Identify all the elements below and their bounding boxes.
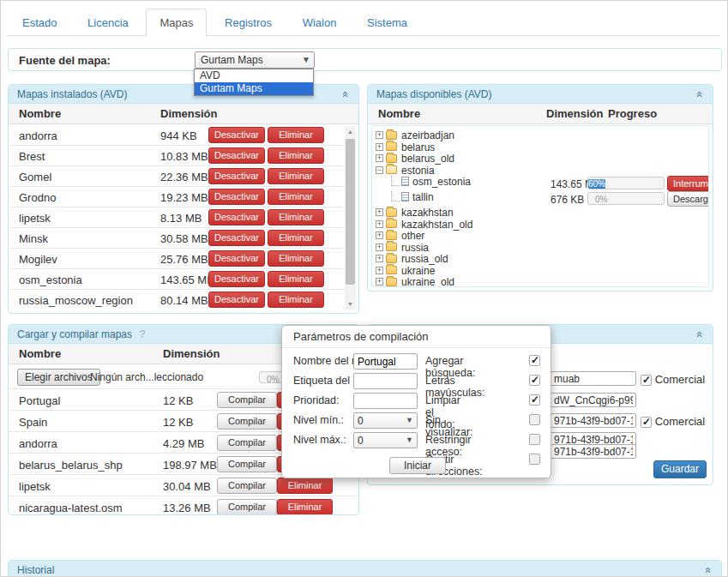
folder-icon <box>386 142 397 151</box>
expand-icon[interactable]: + <box>376 131 383 139</box>
scroll-down-arrow[interactable]: ▼ <box>345 298 356 310</box>
folder-icon <box>386 255 397 263</box>
interrupt-button[interactable]: Interrumpir <box>667 176 709 191</box>
tab-mapas[interactable]: Mapas <box>146 9 207 37</box>
tree-folder-row-expanded[interactable]: −estonia <box>372 165 708 177</box>
delete-button[interactable]: Eliminar <box>268 147 324 164</box>
help-icon[interactable]: ? <box>139 328 146 340</box>
tree-folder-row[interactable]: +kazakhstan <box>372 207 708 219</box>
tab-estado[interactable]: Estado <box>9 9 69 36</box>
deactivate-button[interactable]: Desactivar <box>208 147 265 164</box>
tree-folder-row[interactable]: +belarus <box>372 141 708 153</box>
deactivate-button[interactable]: Desactivar <box>208 209 265 225</box>
tree-folder-row[interactable]: +russia <box>372 242 708 254</box>
priority-field[interactable] <box>353 393 418 409</box>
deactivate-button[interactable]: Desactivar <box>208 189 265 205</box>
no-render-checkbox[interactable] <box>529 414 540 425</box>
choose-files-button[interactable]: Elegir archivos <box>17 369 100 386</box>
expand-icon[interactable]: + <box>376 143 383 151</box>
tree-folder-row[interactable]: +russia_old <box>372 253 708 265</box>
skip-addresses-checkbox[interactable] <box>529 454 540 465</box>
scrollbar-thumb[interactable] <box>346 139 355 285</box>
compile-button[interactable]: Compilar <box>217 478 277 494</box>
delete-button[interactable]: Eliminar <box>268 292 324 308</box>
deactivate-button[interactable]: Desactivar <box>208 230 265 246</box>
delete-button[interactable]: Eliminar <box>268 127 324 143</box>
deactivate-button[interactable]: Desactivar <box>208 127 265 143</box>
tree-map-row[interactable]: tallin 676 KB 0% Descargar <box>372 191 708 207</box>
expand-icon[interactable]: + <box>376 231 383 239</box>
expand-icon[interactable]: + <box>376 255 383 262</box>
deactivate-button[interactable]: Desactivar <box>208 292 265 308</box>
tree-folder-row[interactable]: +azeirbadjan <box>372 129 708 141</box>
expand-icon[interactable]: + <box>376 154 383 162</box>
delete-button[interactable]: Eliminar <box>277 478 333 494</box>
delete-button[interactable]: Eliminar <box>268 168 324 184</box>
expand-icon[interactable]: + <box>376 267 383 274</box>
collapse-icon[interactable]: « <box>694 328 706 340</box>
start-button[interactable]: Iniciar <box>389 457 446 474</box>
commercial-checkbox[interactable] <box>641 417 652 428</box>
compile-button[interactable]: Compilar <box>217 413 277 430</box>
map-source-select[interactable]: Gurtam Maps ▼ <box>195 51 315 69</box>
add-search-checkbox[interactable] <box>529 355 540 366</box>
tree-map-row[interactable]: osm_estonia 143.65 MB 60% Interrumpir <box>372 176 708 191</box>
deactivate-button[interactable]: Desactivar <box>208 271 265 287</box>
map-name-field[interactable] <box>353 353 418 370</box>
folder-icon <box>386 266 397 274</box>
collapse-icon[interactable]: « <box>694 88 706 100</box>
tab-sistema[interactable]: Sistema <box>354 9 420 36</box>
deactivate-button[interactable]: Desactivar <box>208 250 265 267</box>
delete-button[interactable]: Eliminar <box>268 189 324 205</box>
compile-button[interactable]: Compilar <box>217 392 277 408</box>
expand-icon[interactable]: + <box>376 243 383 251</box>
tree-folder-row[interactable]: +belarus_old <box>372 153 708 165</box>
map-label-field[interactable] <box>353 373 418 389</box>
col-nombre: Nombre <box>19 347 61 360</box>
compile-button[interactable]: Compilar <box>217 435 277 451</box>
compile-button[interactable]: Compilar <box>217 456 277 472</box>
tree-folder-row[interactable]: +other <box>372 230 708 242</box>
delete-button[interactable]: Eliminar <box>277 499 333 514</box>
tab-wialon[interactable]: Wialon <box>290 9 350 36</box>
tree-folder-row[interactable]: +ukraine_old <box>372 276 708 287</box>
scroll-up-arrow[interactable]: ▲ <box>345 126 356 137</box>
min-level-value: 0 <box>358 415 364 427</box>
tab-licencia[interactable]: Licencia <box>75 9 141 36</box>
compile-button[interactable]: Compilar <box>217 499 277 514</box>
site-key-field[interactable] <box>551 444 636 459</box>
expand-icon[interactable]: + <box>376 278 383 285</box>
min-level-select[interactable]: 0▼ <box>353 412 418 429</box>
expand-icon[interactable]: + <box>376 220 383 228</box>
collapse-icon[interactable]: « <box>340 88 352 100</box>
expand-icon[interactable]: + <box>376 208 383 216</box>
tab-registros[interactable]: Registros <box>212 9 285 36</box>
tree-folder-row[interactable]: +kazakhstan_old <box>372 219 708 231</box>
folder-icon <box>386 278 397 286</box>
dropdown-option-gurtam[interactable]: Gurtam Maps <box>195 82 313 95</box>
dropdown-option-avd[interactable]: AVD <box>195 69 313 82</box>
collapse-node-icon[interactable]: − <box>376 166 383 174</box>
scrollbar[interactable]: ▲ ▼ <box>345 126 356 310</box>
commercial-checkbox[interactable] <box>641 375 652 386</box>
delete-button[interactable]: Eliminar <box>268 271 324 287</box>
restrict-access-checkbox[interactable] <box>529 434 540 445</box>
site-key-field[interactable] <box>551 371 636 386</box>
deactivate-button[interactable]: Desactivar <box>208 168 265 184</box>
site-key-field[interactable] <box>551 393 636 407</box>
map-size: 198.97 MB <box>163 459 217 472</box>
clear-background-checkbox[interactable] <box>529 394 540 406</box>
save-button[interactable]: Guardar <box>653 460 707 478</box>
uppercase-checkbox[interactable] <box>529 375 540 386</box>
tree-folder-row[interactable]: +ukraine <box>372 265 708 277</box>
delete-button[interactable]: Eliminar <box>268 209 324 225</box>
site-key-field[interactable] <box>551 413 636 428</box>
collapse-icon[interactable]: « <box>702 564 714 576</box>
download-button[interactable]: Descargar <box>667 191 709 207</box>
download-progress-bar: 0% <box>587 192 665 205</box>
delete-button[interactable]: Eliminar <box>268 250 324 267</box>
delete-button[interactable]: Eliminar <box>268 230 324 246</box>
map-size: 80.14 MB <box>160 294 208 307</box>
col-dimension: Dimensión <box>163 347 220 360</box>
max-level-select[interactable]: 0▼ <box>353 432 418 448</box>
